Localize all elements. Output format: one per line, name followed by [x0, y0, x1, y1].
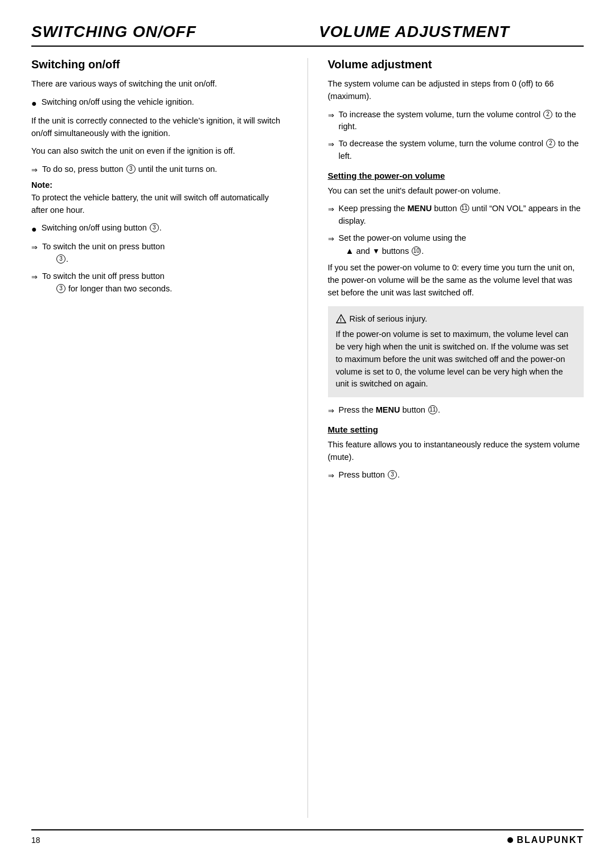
left-arrow3-text: To switch the unit off press button 3 fo…	[42, 270, 172, 295]
right-arrow2: ⇒ To decrease the system volume, turn th…	[328, 138, 584, 163]
circle-num-3e: 3	[388, 470, 397, 479]
page-number: 18	[31, 836, 40, 845]
footer-row: 18 BLAUPUNKT	[31, 829, 584, 845]
right-arrow4-text: Set the power-on volume using the ▲ and …	[339, 232, 466, 258]
arrow-icon-r2: ⇒	[328, 139, 334, 150]
left-header-title: SWITCHING ON/OFF	[31, 23, 196, 40]
svg-text:!: !	[340, 317, 342, 323]
right-para2: You can set the unit's default power-on …	[328, 185, 584, 198]
content-row: Switching on/off There are various ways …	[31, 58, 584, 818]
note-block: Note: To protect the vehicle battery, th…	[31, 180, 288, 217]
arrow-icon-3: ⇒	[31, 271, 38, 283]
y-button-icon: ▲	[372, 246, 380, 257]
header-right: VOLUME ADJUSTMENT	[296, 23, 584, 41]
left-bullet1-text: Switching on/off using the vehicle ignit…	[42, 96, 194, 109]
footer-brand: BLAUPUNKT	[507, 835, 584, 845]
right-column: Volume adjustment The system volume can …	[308, 58, 584, 818]
left-arrow1: ⇒ To do so, press button 3 until the uni…	[31, 163, 288, 176]
right-arrow3: ⇒ Keep pressing the MENU button 11 until…	[328, 203, 584, 228]
circle-num-3a: 3	[126, 164, 136, 174]
subsection1-title: Setting the power-on volume	[328, 171, 584, 180]
arrow-icon-r3: ⇒	[328, 204, 334, 215]
right-arrow6: ⇒ Press button 3.	[328, 469, 584, 482]
arrow-icon-r1: ⇒	[328, 110, 334, 121]
circle-num-3c: 3	[56, 254, 65, 264]
right-arrow5: ⇒ Press the MENU button 11.	[328, 404, 584, 417]
arrow-icon-r5: ⇒	[328, 405, 334, 417]
brand-dot-icon	[507, 837, 513, 843]
right-header-title: VOLUME ADJUSTMENT	[319, 23, 510, 40]
circle-num-11a: 11	[460, 204, 469, 213]
circle-num-3b: 3	[150, 223, 159, 232]
right-arrow3-text: Keep pressing the MENU button 11 until “…	[339, 203, 584, 228]
bullet-dot-icon: ●	[31, 97, 37, 110]
circle-num-2a: 2	[543, 110, 552, 119]
left-column: Switching on/off There are various ways …	[31, 58, 308, 818]
arrow-icon-r6: ⇒	[328, 470, 334, 482]
right-arrow2-text: To decrease the system volume, turn the …	[339, 138, 584, 163]
bullet-dot-icon-2: ●	[31, 223, 37, 236]
left-arrow2: ⇒ To switch the unit on press button 3.	[31, 241, 288, 266]
warning-title-row: ! Risk of serious injury.	[336, 313, 576, 326]
left-para3: You can also switch the unit on even if …	[31, 145, 288, 158]
page: SWITCHING ON/OFF VOLUME ADJUSTMENT Switc…	[0, 0, 615, 868]
header-row: SWITCHING ON/OFF VOLUME ADJUSTMENT	[31, 23, 584, 47]
left-section-title: Switching on/off	[31, 58, 288, 71]
right-para3: If you set the power-on volume to 0: eve…	[328, 262, 584, 299]
left-para2: If the unit is correctly connected to th…	[31, 115, 288, 140]
right-para1: The system volume can be adjusted in ste…	[328, 78, 584, 103]
warning-body-text: If the power-on volume is set to maximum…	[336, 330, 569, 388]
left-arrow3: ⇒ To switch the unit off press button 3 …	[31, 270, 288, 295]
left-bullet2-text: Switching on/off using button 3.	[42, 222, 162, 235]
arrow-icon-2: ⇒	[31, 242, 38, 253]
warning-box: ! Risk of serious injury. If the power-o…	[328, 306, 584, 398]
brand-name: BLAUPUNKT	[516, 835, 584, 845]
left-arrow1-text: To do so, press button 3 until the unit …	[42, 163, 217, 176]
left-arrow2-text: To switch the unit on press button 3.	[42, 241, 165, 266]
right-para4: This feature allows you to instantaneous…	[328, 439, 584, 464]
right-section-title: Volume adjustment	[328, 58, 584, 71]
up-arrow-btn: ▲	[346, 246, 354, 256]
subsection2-title: Mute setting	[328, 425, 584, 434]
right-arrow1-text: To increase the system volume, turn the …	[339, 109, 584, 134]
right-arrow6-text: Press button 3.	[339, 469, 400, 482]
right-arrow5-text: Press the MENU button 11.	[339, 404, 440, 417]
arrow-icon-r4: ⇒	[328, 233, 334, 245]
warning-title-text: Risk of serious injury.	[350, 313, 428, 326]
warning-triangle-icon: !	[336, 314, 346, 324]
left-bullet1: ● Switching on/off using the vehicle ign…	[31, 96, 288, 110]
note-text: To protect the vehicle battery, the unit…	[31, 192, 288, 217]
arrow-icon-1: ⇒	[31, 164, 38, 176]
left-bullet2: ● Switching on/off using button 3.	[31, 222, 288, 236]
circle-num-2b: 2	[546, 139, 555, 148]
header-left: SWITCHING ON/OFF	[31, 23, 296, 41]
circle-num-11b: 11	[428, 405, 437, 414]
right-arrow4: ⇒ Set the power-on volume using the ▲ an…	[328, 232, 584, 258]
right-arrow1: ⇒ To increase the system volume, turn th…	[328, 109, 584, 134]
note-label: Note:	[31, 180, 288, 190]
circle-num-10: 10	[412, 246, 421, 256]
left-para1: There are various ways of switching the …	[31, 78, 288, 90]
circle-num-3d: 3	[56, 284, 65, 293]
